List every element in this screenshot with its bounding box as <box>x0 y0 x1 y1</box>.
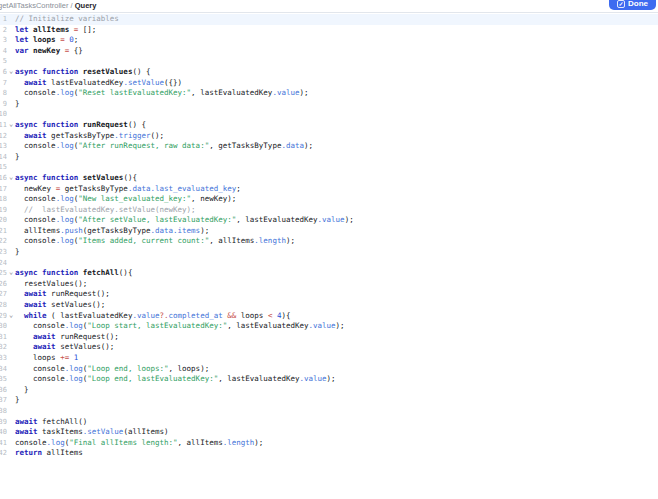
line-number: 14 <box>0 152 7 163</box>
line-number: 31 <box>0 332 7 343</box>
fold-gutter-spacer <box>7 46 15 57</box>
fold-gutter-spacer <box>7 395 15 406</box>
code-line-text: console.log("Loop end, loops:", loops); <box>15 364 658 375</box>
code-line-text: await fetchAll() <box>15 417 658 428</box>
code-line[interactable]: 6⌄async function resetValues() { <box>0 67 658 78</box>
code-line[interactable]: 35 console.log("Loop end, lastEvaluatedK… <box>0 374 658 385</box>
code-line[interactable]: 39await fetchAll() <box>0 417 658 428</box>
code-line-text: console.log("New last_evaluated_key:", n… <box>15 194 658 205</box>
line-number: 23 <box>0 247 7 258</box>
fold-gutter-spacer <box>7 14 15 25</box>
code-line[interactable]: 21 allItems.push(getTasksByType.data.ite… <box>0 226 658 237</box>
code-line[interactable]: 11⌄async function runRequest() { <box>0 120 658 131</box>
code-line[interactable]: 25⌄async function fetchAll(){ <box>0 268 658 279</box>
code-line[interactable]: 37} <box>0 395 658 406</box>
code-line[interactable]: 30 console.log("Loop start, lastEvaluate… <box>0 321 658 332</box>
fold-gutter-spacer <box>7 417 15 428</box>
code-line[interactable]: 28 await setValues(); <box>0 300 658 311</box>
code-line-text: console.log("After runRequest, raw data:… <box>15 141 658 152</box>
code-line[interactable]: 2let allItems = []; <box>0 25 658 36</box>
code-line[interactable]: 34 console.log("Loop end, loops:", loops… <box>0 364 658 375</box>
code-line[interactable]: 41console.log("Final allItems length:", … <box>0 438 658 449</box>
code-line[interactable]: 9} <box>0 99 658 110</box>
fold-gutter-spacer <box>7 205 15 216</box>
code-line[interactable]: 24 <box>0 258 658 269</box>
breadcrumb-parent[interactable]: getAllTasksController <box>0 1 68 10</box>
line-number: 19 <box>0 205 7 216</box>
code-line[interactable]: 29⌄ while ( lastEvaluatedKey.value?.comp… <box>0 311 658 322</box>
code-line[interactable]: 20 console.log("After setValue, lastEval… <box>0 215 658 226</box>
code-line[interactable]: 40await taskItems.setValue(allItems) <box>0 427 658 438</box>
fold-gutter-spacer <box>7 247 15 258</box>
code-line[interactable]: 17 newKey = getTasksByType.data.last_eva… <box>0 184 658 195</box>
line-number: 3 <box>0 35 7 46</box>
code-line[interactable]: 22 console.log("Items added, current cou… <box>0 236 658 247</box>
code-line-text: await getTasksByType.trigger(); <box>15 131 658 142</box>
fold-gutter-spacer <box>7 162 15 173</box>
code-line[interactable]: 7 await lastEvaluatedKey.setValue({}) <box>0 78 658 89</box>
code-line[interactable]: 31 await runRequest(); <box>0 332 658 343</box>
code-line[interactable]: 10 <box>0 109 658 120</box>
fold-gutter-spacer <box>7 99 15 110</box>
line-number: 25 <box>0 268 7 279</box>
code-line[interactable]: 13 console.log("After runRequest, raw da… <box>0 141 658 152</box>
fold-toggle-icon[interactable]: ⌄ <box>7 173 15 184</box>
code-line[interactable]: 27 await runRequest(); <box>0 289 658 300</box>
code-line[interactable]: 36 } <box>0 385 658 396</box>
code-line-text: } <box>15 395 658 406</box>
code-line-text: } <box>15 247 658 258</box>
code-line[interactable]: 15 <box>0 162 658 173</box>
code-line[interactable]: 8 console.log("Reset lastEvaluatedKey:",… <box>0 88 658 99</box>
code-line[interactable]: 4var newKey = {} <box>0 46 658 57</box>
fold-gutter-spacer <box>7 342 15 353</box>
code-line[interactable]: 23} <box>0 247 658 258</box>
code-line[interactable]: 19 // lastEvaluatedKey.setValue(newKey); <box>0 205 658 216</box>
code-line[interactable]: 16⌄async function setValues(){ <box>0 173 658 184</box>
line-number: 41 <box>0 438 7 449</box>
code-line-text <box>15 258 658 269</box>
fold-gutter-spacer <box>7 236 15 247</box>
code-line[interactable]: 5 <box>0 56 658 67</box>
line-number: 11 <box>0 120 7 131</box>
fold-gutter-spacer <box>7 78 15 89</box>
code-line[interactable]: 42return allItems <box>0 448 658 459</box>
fold-gutter-spacer <box>7 35 15 46</box>
line-number: 10 <box>0 109 7 120</box>
line-number: 1 <box>0 14 7 25</box>
fold-toggle-icon[interactable]: ⌄ <box>7 120 15 131</box>
fold-toggle-icon[interactable]: ⌄ <box>7 67 15 78</box>
fold-gutter-spacer <box>7 152 15 163</box>
done-button[interactable]: ✓ Done <box>609 0 656 10</box>
code-line-text: } <box>15 385 658 396</box>
code-line[interactable]: 1// Initialize variables <box>0 14 658 25</box>
code-line-text: // lastEvaluatedKey.setValue(newKey); <box>15 205 658 216</box>
line-number: 5 <box>0 56 7 67</box>
code-line[interactable]: 3let loops = 0; <box>0 35 658 46</box>
code-line[interactable]: 38 <box>0 406 658 417</box>
line-number: 38 <box>0 406 7 417</box>
code-line[interactable]: 14} <box>0 152 658 163</box>
line-number: 27 <box>0 289 7 300</box>
line-number: 20 <box>0 215 7 226</box>
code-line[interactable]: 18 console.log("New last_evaluated_key:"… <box>0 194 658 205</box>
fold-toggle-icon[interactable]: ⌄ <box>7 311 15 322</box>
line-number: 36 <box>0 385 7 396</box>
done-button-label: Done <box>628 0 648 8</box>
line-number: 18 <box>0 194 7 205</box>
code-line-text: await setValues(); <box>15 300 658 311</box>
fold-gutter-spacer <box>7 353 15 364</box>
code-line-text: console.log("After setValue, lastEvaluat… <box>15 215 658 226</box>
line-number: 37 <box>0 395 7 406</box>
line-number: 9 <box>0 99 7 110</box>
fold-toggle-icon[interactable]: ⌄ <box>7 268 15 279</box>
code-line[interactable]: 32 await setValues(); <box>0 342 658 353</box>
line-number: 42 <box>0 448 7 459</box>
fold-gutter-spacer <box>7 131 15 142</box>
code-line-text: } <box>15 99 658 110</box>
code-line[interactable]: 33 loops += 1 <box>0 353 658 364</box>
line-number: 8 <box>0 88 7 99</box>
code-editor[interactable]: 1// Initialize variables2let allItems = … <box>0 13 658 459</box>
fold-gutter-spacer <box>7 226 15 237</box>
code-line[interactable]: 26 resetValues(); <box>0 279 658 290</box>
code-line[interactable]: 12 await getTasksByType.trigger(); <box>0 131 658 142</box>
